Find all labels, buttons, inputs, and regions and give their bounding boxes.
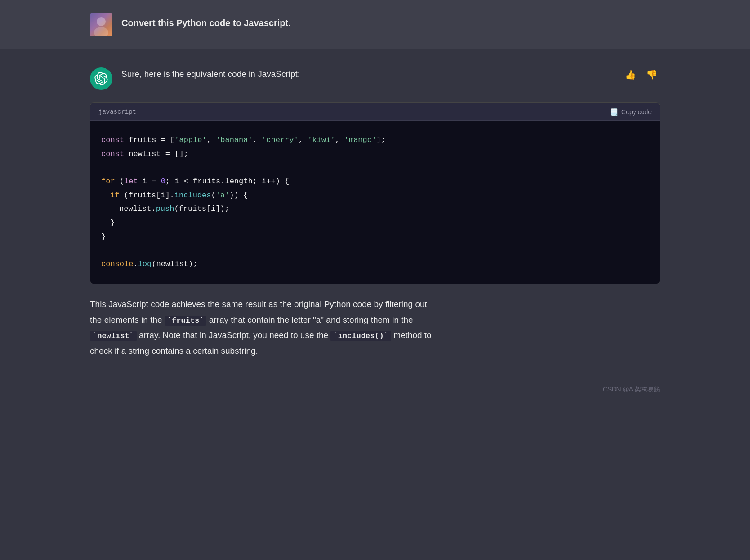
thumbs-down-icon: 👎: [646, 70, 657, 80]
ai-response-header: Sure, here is the equivalent code in Jav…: [90, 67, 660, 90]
copy-code-button[interactable]: 🗒️ Copy code: [610, 107, 652, 116]
code-line-1: const fruits = ['apple', 'banana', 'cher…: [101, 133, 649, 147]
newlist-code-inline: `newlist`: [90, 331, 137, 341]
footer: CSDN @AI架构易筋: [0, 377, 750, 403]
code-line-6: }: [101, 216, 649, 230]
header-row: Sure, here is the equivalent code in Jav…: [121, 67, 660, 90]
ai-intro-text: Sure, here is the equivalent code in Jav…: [121, 67, 622, 81]
code-lang-label: javascript: [98, 108, 136, 116]
copy-icon: 🗒️: [610, 107, 619, 116]
code-line-4: if (fruits[i].includes('a')) {: [101, 189, 649, 203]
code-block-header: javascript 🗒️ Copy code: [90, 103, 660, 121]
description-line-1: This JavaScript code achieves the same r…: [90, 297, 660, 312]
code-line-2: const newlist = [];: [101, 147, 649, 161]
description-line-2: the elements in the `fruits` array that …: [90, 312, 660, 328]
code-line-3: for (let i = 0; i < fruits.length; i++) …: [101, 175, 649, 189]
thumbs-down-button[interactable]: 👎: [643, 67, 660, 82]
includes-code-inline: `includes()`: [330, 331, 391, 341]
thumbs-up-icon: 👍: [625, 70, 636, 80]
ai-avatar: [90, 67, 112, 90]
code-line-7: }: [101, 230, 649, 244]
svg-point-1: [97, 17, 106, 26]
page-container: Convert this Python code to Javascript. …: [0, 0, 750, 403]
thumbs-up-button[interactable]: 👍: [622, 67, 639, 82]
description-line-4: check if a string contains a certain sub…: [90, 343, 660, 359]
description-line-3: `newlist` array. Note that in JavaScript…: [90, 328, 660, 343]
footer-watermark: CSDN @AI架构易筋: [603, 386, 660, 394]
ai-response-content: Sure, here is the equivalent code in Jav…: [121, 67, 622, 90]
code-line-5: newlist.push(fruits[i]);: [101, 202, 649, 216]
fruits-code-inline: `fruits`: [165, 316, 207, 326]
ai-response-section: Sure, here is the equivalent code in Jav…: [0, 49, 750, 377]
code-block-container: javascript 🗒️ Copy code const fruits = […: [90, 102, 660, 284]
user-message-section: Convert this Python code to Javascript.: [0, 0, 750, 49]
description-text: This JavaScript code achieves the same r…: [90, 297, 660, 359]
copy-code-label: Copy code: [621, 108, 652, 116]
user-avatar: [90, 13, 112, 36]
user-message-text: Convert this Python code to Javascript.: [121, 13, 291, 28]
code-line-8: console.log(newlist);: [101, 258, 649, 271]
code-line-empty-2: [101, 244, 649, 258]
code-block-body: const fruits = ['apple', 'banana', 'cher…: [90, 121, 660, 284]
code-line-empty-1: [101, 161, 649, 175]
feedback-buttons: 👍 👎: [622, 67, 660, 82]
